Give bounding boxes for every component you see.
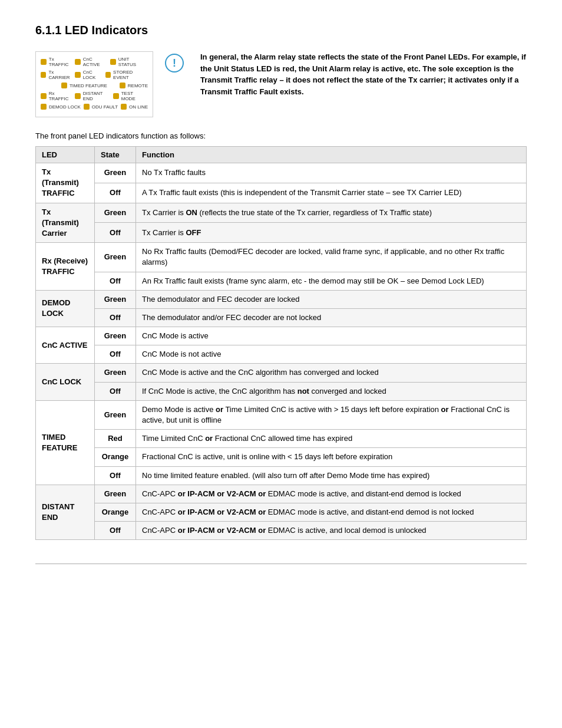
function-text: CnC-APC or IP-ACM or V2-ACM or EDMAC mod… (136, 503, 527, 521)
state-orange: Orange (95, 503, 136, 521)
led-label-cnc-lock: CnC LOCK (36, 364, 95, 400)
led-table: LED State Function Tx (Transmit)TRAFFIC … (35, 146, 527, 540)
table-row: DISTANTEND Green CnC-APC or IP-ACM or V2… (36, 485, 527, 503)
table-row: Orange CnC-APC or IP-ACM or V2-ACM or ED… (36, 503, 527, 521)
function-text: An Rx Traffic fault exists (frame sync a… (136, 272, 527, 290)
state-off: Off (95, 466, 136, 485)
table-row: Off If CnC Mode is active, the CnC algor… (36, 382, 527, 400)
state-green: Green (95, 203, 136, 223)
state-off: Off (95, 183, 136, 203)
table-row: Off An Rx Traffic fault exists (frame sy… (36, 272, 527, 290)
table-row: Red Time Limited CnC or Fractional CnC a… (36, 430, 527, 448)
table-row: Off No time limited feature enabled. (wi… (36, 466, 527, 485)
table-row: Off CnC Mode is not active (36, 345, 527, 364)
table-intro: The front panel LED indicators function … (35, 131, 527, 140)
state-green: Green (95, 290, 136, 308)
intro-text: In general, the Alarm relay state reflec… (200, 51, 527, 97)
function-text: CnC Mode is not active (136, 345, 527, 364)
function-text: Tx Carrier is OFF (136, 223, 527, 243)
function-text: CnC Mode is active (136, 327, 527, 345)
info-icon: ! (165, 54, 184, 73)
led-panel-image: Tx TRAFFIC CnC ACTIVE UNIT STATUS Tx CAR… (35, 51, 153, 117)
led-label-tx-traffic: Tx (Transmit)TRAFFIC (36, 163, 95, 203)
table-row: DEMODLOCK Green The demodulator and FEC … (36, 290, 527, 308)
function-text: A Tx Traffic fault exists (this is indep… (136, 183, 527, 203)
function-text: Tx Carrier is ON (reflects the true stat… (136, 203, 527, 223)
function-text: Fractional CnC is active, unit is online… (136, 448, 527, 466)
state-off: Off (95, 272, 136, 290)
state-red: Red (95, 430, 136, 448)
function-text: No time limited feature enabled. (will a… (136, 466, 527, 485)
function-text: If CnC Mode is active, the CnC algorithm… (136, 382, 527, 400)
state-green: Green (95, 485, 136, 503)
table-row: Off The demodulator and/or FEC decoder a… (36, 308, 527, 327)
function-text: CnC Mode is active and the CnC algorithm… (136, 364, 527, 382)
state-off: Off (95, 308, 136, 327)
led-label-cnc-active: CnC ACTIVE (36, 327, 95, 364)
state-green: Green (95, 243, 136, 272)
table-row: Off Tx Carrier is OFF (36, 223, 527, 243)
table-row: Tx (Transmit)TRAFFIC Green No Tx Traffic… (36, 163, 527, 183)
led-label-demod-lock: DEMODLOCK (36, 290, 95, 327)
intro-section: Tx TRAFFIC CnC ACTIVE UNIT STATUS Tx CAR… (35, 51, 527, 117)
state-green: Green (95, 163, 136, 183)
state-green: Green (95, 327, 136, 345)
function-text: No Rx Traffic faults (Demod/FEC decoder … (136, 243, 527, 272)
col-header-function: Function (136, 147, 527, 163)
state-off: Off (95, 223, 136, 243)
function-text: CnC-APC or IP-ACM or V2-ACM or EDMAC is … (136, 522, 527, 540)
table-row: Off CnC-APC or IP-ACM or V2-ACM or EDMAC… (36, 522, 527, 540)
state-green: Green (95, 364, 136, 382)
function-text: The demodulator and/or FEC decoder are n… (136, 308, 527, 327)
state-orange: Orange (95, 448, 136, 466)
table-row: CnC LOCK Green CnC Mode is active and th… (36, 364, 527, 382)
table-row: Tx (Transmit)Carrier Green Tx Carrier is… (36, 203, 527, 223)
led-label-tx-carrier: Tx (Transmit)Carrier (36, 203, 95, 243)
table-row: Orange Fractional CnC is active, unit is… (36, 448, 527, 466)
state-green: Green (95, 400, 136, 429)
table-row: CnC ACTIVE Green CnC Mode is active (36, 327, 527, 345)
table-row: Rx (Receive)TRAFFIC Green No Rx Traffic … (36, 243, 527, 272)
function-text: Demo Mode is active or Time Limited CnC … (136, 400, 527, 429)
function-text: Time Limited CnC or Fractional CnC allow… (136, 430, 527, 448)
page-divider (35, 564, 527, 564)
table-row: Off A Tx Traffic fault exists (this is i… (36, 183, 527, 203)
state-off: Off (95, 345, 136, 364)
page-title: 6.1.1 LED Indicators (35, 24, 527, 37)
function-text: No Tx Traffic faults (136, 163, 527, 183)
table-row: TIMEDFEATURE Green Demo Mode is active o… (36, 400, 527, 429)
function-text: CnC-APC or IP-ACM or V2-ACM or EDMAC mod… (136, 485, 527, 503)
led-label-rx-traffic: Rx (Receive)TRAFFIC (36, 243, 95, 291)
state-off: Off (95, 522, 136, 540)
state-off: Off (95, 382, 136, 400)
led-label-distant-end: DISTANTEND (36, 485, 95, 540)
col-header-led: LED (36, 147, 95, 163)
function-text: The demodulator and FEC decoder are lock… (136, 290, 527, 308)
info-icon-wrap: ! (165, 51, 189, 73)
led-label-timed-feature: TIMEDFEATURE (36, 400, 95, 485)
col-header-state: State (95, 147, 136, 163)
